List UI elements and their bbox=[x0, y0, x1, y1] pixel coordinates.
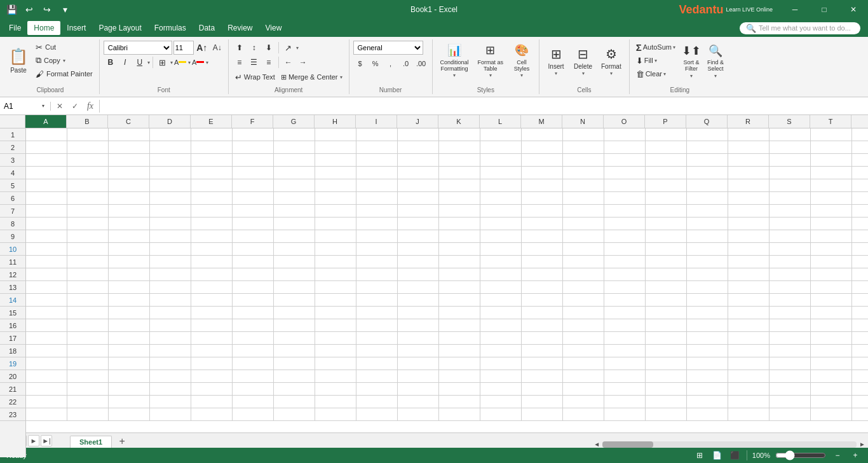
cell-S4[interactable] bbox=[770, 167, 811, 179]
cell-U6[interactable] bbox=[852, 192, 868, 205]
col-header-q[interactable]: Q bbox=[686, 115, 728, 128]
cell-T10[interactable] bbox=[811, 243, 852, 256]
formula-confirm-button[interactable]: ✓ bbox=[69, 100, 81, 113]
cell-A15[interactable] bbox=[26, 307, 67, 319]
row-header-18[interactable]: 18 bbox=[0, 345, 25, 357]
cell-H20[interactable] bbox=[315, 370, 356, 383]
cell-A16[interactable] bbox=[26, 319, 67, 332]
orientation-button[interactable]: ↗ bbox=[281, 41, 295, 55]
cell-C4[interactable] bbox=[109, 167, 150, 179]
cell-G20[interactable] bbox=[274, 370, 315, 383]
cell-Q1[interactable] bbox=[687, 128, 728, 141]
cell-B19[interactable] bbox=[67, 357, 109, 370]
row-header-10[interactable]: 10 bbox=[0, 243, 25, 256]
cell-F21[interactable] bbox=[233, 383, 274, 396]
cell-J5[interactable] bbox=[398, 179, 439, 192]
cell-M19[interactable] bbox=[522, 357, 563, 370]
cell-P14[interactable] bbox=[646, 294, 687, 307]
cell-C16[interactable] bbox=[109, 319, 150, 332]
cell-N21[interactable] bbox=[563, 383, 604, 396]
cell-I18[interactable] bbox=[356, 345, 398, 357]
cell-M4[interactable] bbox=[522, 167, 563, 179]
col-header-m[interactable]: M bbox=[521, 115, 562, 128]
row-header-8[interactable]: 8 bbox=[0, 218, 25, 230]
cell-N15[interactable] bbox=[563, 307, 604, 319]
cell-F20[interactable] bbox=[233, 370, 274, 383]
cell-K23[interactable] bbox=[439, 408, 480, 421]
cell-F1[interactable] bbox=[233, 128, 274, 141]
cell-H16[interactable] bbox=[315, 319, 356, 332]
cell-K7[interactable] bbox=[439, 205, 480, 218]
cell-A18[interactable] bbox=[26, 345, 67, 357]
cell-O15[interactable] bbox=[604, 307, 646, 319]
cell-G12[interactable] bbox=[274, 268, 315, 281]
cell-O12[interactable] bbox=[604, 268, 646, 281]
cell-N7[interactable] bbox=[563, 205, 604, 218]
cell-G9[interactable] bbox=[274, 230, 315, 243]
cell-E10[interactable] bbox=[191, 243, 233, 256]
cell-O6[interactable] bbox=[604, 192, 646, 205]
cell-A14[interactable] bbox=[26, 294, 67, 307]
cell-K16[interactable] bbox=[439, 319, 480, 332]
cell-R17[interactable] bbox=[728, 332, 770, 345]
cell-M11[interactable] bbox=[522, 256, 563, 268]
cell-M21[interactable] bbox=[522, 383, 563, 396]
cell-H2[interactable] bbox=[315, 141, 356, 154]
cell-T11[interactable] bbox=[811, 256, 852, 268]
cell-D7[interactable] bbox=[150, 205, 191, 218]
cell-E12[interactable] bbox=[191, 268, 233, 281]
cell-D15[interactable] bbox=[150, 307, 191, 319]
cell-D21[interactable] bbox=[150, 383, 191, 396]
cell-S18[interactable] bbox=[770, 345, 811, 357]
cell-P20[interactable] bbox=[646, 370, 687, 383]
cell-J17[interactable] bbox=[398, 332, 439, 345]
cell-D20[interactable] bbox=[150, 370, 191, 383]
page-layout-view-button[interactable]: 📄 bbox=[711, 449, 724, 457]
cell-F18[interactable] bbox=[233, 345, 274, 357]
cell-K4[interactable] bbox=[439, 167, 480, 179]
cell-N8[interactable] bbox=[563, 218, 604, 230]
cell-G18[interactable] bbox=[274, 345, 315, 357]
cell-L2[interactable] bbox=[480, 141, 522, 154]
cell-F9[interactable] bbox=[233, 230, 274, 243]
cell-P5[interactable] bbox=[646, 179, 687, 192]
cell-I19[interactable] bbox=[356, 357, 398, 370]
restore-button[interactable]: □ bbox=[810, 0, 839, 19]
cell-U22[interactable] bbox=[852, 396, 868, 408]
row-header-23[interactable]: 23 bbox=[0, 408, 25, 421]
cell-P22[interactable] bbox=[646, 396, 687, 408]
cell-U1[interactable] bbox=[852, 128, 868, 141]
cell-R11[interactable] bbox=[728, 256, 770, 268]
undo-qat-button[interactable]: ↩ bbox=[22, 2, 37, 17]
cell-A5[interactable] bbox=[26, 179, 67, 192]
cell-H1[interactable] bbox=[315, 128, 356, 141]
cell-F7[interactable] bbox=[233, 205, 274, 218]
cell-S9[interactable] bbox=[770, 230, 811, 243]
cell-S14[interactable] bbox=[770, 294, 811, 307]
cell-A21[interactable] bbox=[26, 383, 67, 396]
cell-I17[interactable] bbox=[356, 332, 398, 345]
cell-A7[interactable] bbox=[26, 205, 67, 218]
number-format-select[interactable]: General Number Currency Short Date bbox=[353, 41, 423, 55]
cell-B23[interactable] bbox=[67, 408, 109, 421]
cell-L17[interactable] bbox=[480, 332, 522, 345]
cell-G10[interactable] bbox=[274, 243, 315, 256]
cell-A13[interactable] bbox=[26, 281, 67, 294]
cell-O5[interactable] bbox=[604, 179, 646, 192]
cell-R14[interactable] bbox=[728, 294, 770, 307]
cell-U12[interactable] bbox=[852, 268, 868, 281]
cell-Q14[interactable] bbox=[687, 294, 728, 307]
cell-T14[interactable] bbox=[811, 294, 852, 307]
zoom-slider[interactable] bbox=[775, 450, 826, 457]
cell-F19[interactable] bbox=[233, 357, 274, 370]
cell-A12[interactable] bbox=[26, 268, 67, 281]
cell-B12[interactable] bbox=[67, 268, 109, 281]
cell-E19[interactable] bbox=[191, 357, 233, 370]
cell-J23[interactable] bbox=[398, 408, 439, 421]
cell-R7[interactable] bbox=[728, 205, 770, 218]
cell-T15[interactable] bbox=[811, 307, 852, 319]
cell-E2[interactable] bbox=[191, 141, 233, 154]
cell-D14[interactable] bbox=[150, 294, 191, 307]
cell-B4[interactable] bbox=[67, 167, 109, 179]
cell-U17[interactable] bbox=[852, 332, 868, 345]
